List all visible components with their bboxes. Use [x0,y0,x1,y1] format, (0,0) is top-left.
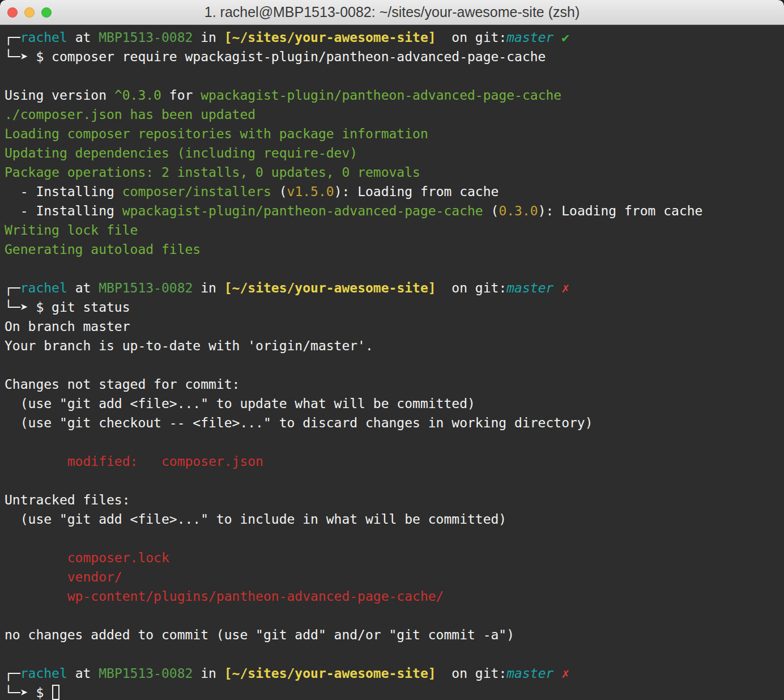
terminal-line [5,471,779,490]
text-cursor [52,685,59,700]
terminal-line: vendor/ [5,567,779,587]
terminal-text: └─➤ $ composer require wpackagist-plugin… [5,49,546,64]
terminal-text: [~/sites/your-awesome-site] [224,666,436,681]
terminal-text: vendor/ [5,570,122,584]
terminal-text: Changes not staged for commit: [5,377,240,392]
terminal-line: ┌─rachel at MBP1513-0082 in [~/sites/you… [5,278,779,298]
terminal-text: on git: [436,30,507,45]
terminal-text: On branch master [5,319,130,334]
title-bar[interactable]: 1. rachel@MBP1513-0082: ~/sites/your-awe… [0,0,784,25]
terminal-text: wpackagist-plugin/pantheon-advanced-page… [122,203,483,218]
close-button[interactable] [7,7,18,18]
terminal-text: on git: [436,281,507,295]
terminal-text: master [506,666,553,681]
terminal-text: Updating dependencies (including require… [5,146,357,160]
terminal-line: (use "git add <file>..." to update what … [5,394,779,413]
terminal-line: └─➤ $ git status [5,298,779,317]
terminal-text: at [67,666,99,681]
terminal-line: Your branch is up-to-date with 'origin/m… [5,336,779,355]
terminal-line: ./composer.json has been updated [5,105,779,124]
terminal-text: (use "git add <file>..." to update what … [5,396,475,411]
terminal-text: ✗ [561,281,569,295]
terminal-line: On branch master [5,317,779,336]
terminal-text: └─➤ $ git status [5,300,130,315]
terminal-text: composer.lock [5,550,169,565]
terminal-line: Package operations: 2 installs, 0 update… [5,163,779,182]
terminal-text: ┌─ [5,281,20,295]
terminal-line: wp-content/plugins/pantheon-advanced-pag… [5,587,779,606]
terminal-text: Generating autoload files [5,242,201,257]
terminal-text: wpackagist-plugin/pantheon-advanced-page… [201,88,561,103]
terminal-text: on git: [436,666,507,681]
terminal-text: [~/sites/your-awesome-site] [224,30,436,45]
terminal-text: no changes added to commit (use "git add… [5,627,514,642]
terminal-text: Using version [5,88,114,103]
terminal-text: ┌─ [5,666,20,681]
terminal-text: at [67,30,99,45]
terminal-text: └─➤ $ [5,685,52,700]
terminal-text: ( [483,203,499,218]
terminal-text: ✗ [561,666,569,681]
terminal-line: Writing lock file [5,220,779,240]
terminal-text: MBP1513-0082 [99,281,193,295]
window-title: 1. rachel@MBP1513-0082: ~/sites/your-awe… [0,0,784,24]
terminal-text [553,30,561,45]
terminal-text: master [506,281,553,295]
terminal-line: - Installing composer/installers (v1.5.0… [5,182,779,201]
zoom-button[interactable] [41,7,52,18]
terminal-line [5,355,779,375]
terminal-text: MBP1513-0082 [99,666,193,681]
terminal-text: ✔ [561,30,569,45]
terminal-text [553,281,561,295]
minimize-button[interactable] [24,7,35,18]
terminal-text: wp-content/plugins/pantheon-advanced-pag… [5,589,444,604]
terminal-text: ): Loading from cache [334,184,499,199]
terminal-text: - Installing [5,184,122,199]
terminal-text: [~/sites/your-awesome-site] [224,281,436,295]
terminal-line: - Installing wpackagist-plugin/pantheon-… [5,201,779,220]
terminal-line: Untracked files: [5,490,779,510]
terminal-text: ┌─ [5,30,20,45]
terminal-text: composer/installers [122,184,271,199]
terminal-line: no changes added to commit (use "git add… [5,625,779,644]
terminal-text: in [193,281,224,295]
terminal-text: ( [271,184,287,199]
terminal-line: ┌─rachel at MBP1513-0082 in [~/sites/you… [5,664,779,683]
terminal-line: └─➤ $ composer require wpackagist-plugin… [5,47,779,66]
terminal-line: Generating autoload files [5,240,779,259]
terminal-line: Loading composer repositories with packa… [5,124,779,143]
terminal-text: ^0.3.0 [114,88,161,103]
terminal-text: 0.3.0 [498,203,538,218]
terminal-text: rachel [20,666,67,681]
terminal-line: (use "git add <file>..." to include in w… [5,510,779,529]
terminal-text: master [506,30,553,45]
terminal-line [5,432,779,452]
terminal-text: Package operations: 2 installs, 0 update… [5,165,420,180]
terminal-text: in [193,666,224,681]
terminal-text: (use "git add <file>..." to include in w… [5,512,506,527]
terminal-line: (use "git checkout -- <file>..." to disc… [5,413,779,432]
terminal-line [5,529,779,548]
terminal-line [5,606,779,625]
terminal-screen[interactable]: ┌─rachel at MBP1513-0082 in [~/sites/you… [0,25,784,700]
terminal-text: for [161,88,201,103]
terminal-text: Untracked files: [5,493,130,507]
terminal-line: ┌─rachel at MBP1513-0082 in [~/sites/you… [5,28,779,47]
terminal-text: (use "git checkout -- <file>..." to disc… [5,415,593,430]
terminal-line: composer.lock [5,548,779,567]
terminal-text: rachel [20,30,67,45]
terminal-line [5,259,779,278]
terminal-text: Writing lock file [5,223,138,237]
terminal-text: ./composer.json has been updated [5,107,255,122]
terminal-line: Changes not staged for commit: [5,375,779,394]
terminal-text: MBP1513-0082 [99,30,193,45]
terminal-text: in [193,30,224,45]
terminal-line [5,66,779,86]
terminal-text: Your branch is up-to-date with 'origin/m… [5,338,373,353]
terminal-text: ): Loading from cache [538,203,703,218]
terminal-text: - Installing [5,203,122,218]
terminal-text: Loading composer repositories with packa… [5,126,428,141]
window-controls [7,0,52,24]
terminal-window: 1. rachel@MBP1513-0082: ~/sites/your-awe… [0,0,784,700]
terminal-line: └─➤ $ [5,683,779,700]
